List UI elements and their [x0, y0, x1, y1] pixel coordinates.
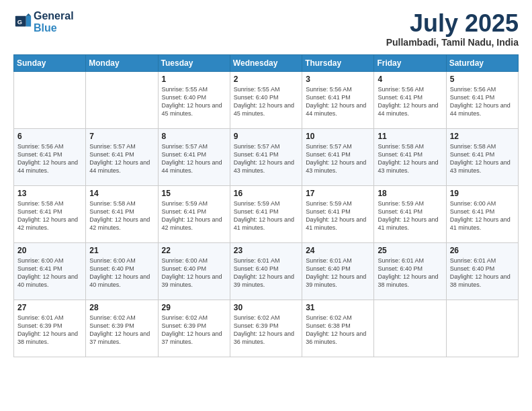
logo-text: General Blue [34, 10, 74, 34]
day-number: 17 [306, 189, 370, 198]
cell-info: Sunrise: 5:56 AMSunset: 6:41 PMDaylight:… [17, 143, 78, 174]
day-number: 31 [306, 303, 370, 312]
week-row-1: 6 Sunrise: 5:56 AMSunset: 6:41 PMDayligh… [14, 128, 519, 185]
day-number: 16 [234, 189, 298, 198]
calendar-cell: 4 Sunrise: 5:56 AMSunset: 6:41 PMDayligh… [374, 71, 446, 128]
header-monday: Monday [86, 54, 158, 71]
calendar-cell: 31 Sunrise: 6:02 AMSunset: 6:38 PMDaylig… [302, 300, 374, 357]
cell-info: Sunrise: 6:00 AMSunset: 6:40 PMDaylight:… [162, 257, 222, 288]
cell-info: Sunrise: 5:57 AMSunset: 6:41 PMDaylight:… [89, 143, 150, 174]
calendar-cell: 6 Sunrise: 5:56 AMSunset: 6:41 PMDayligh… [14, 128, 86, 185]
calendar-cell: 23 Sunrise: 6:01 AMSunset: 6:40 PMDaylig… [230, 242, 302, 300]
svg-text:G: G [17, 18, 22, 25]
calendar-cell: 19 Sunrise: 6:00 AMSunset: 6:41 PMDaylig… [446, 185, 518, 242]
logo-blue: Blue [34, 22, 74, 34]
calendar-cell: 7 Sunrise: 5:57 AMSunset: 6:41 PMDayligh… [86, 128, 158, 185]
cell-info: Sunrise: 6:01 AMSunset: 6:39 PMDaylight:… [17, 314, 78, 345]
day-number: 20 [17, 246, 82, 255]
logo: G General Blue [13, 10, 74, 34]
cell-info: Sunrise: 5:58 AMSunset: 6:41 PMDaylight:… [89, 200, 150, 231]
day-number: 4 [378, 75, 442, 84]
calendar-cell: 20 Sunrise: 6:00 AMSunset: 6:41 PMDaylig… [14, 242, 86, 300]
day-number: 25 [378, 246, 442, 255]
day-number: 13 [17, 189, 82, 198]
calendar-cell: 28 Sunrise: 6:02 AMSunset: 6:39 PMDaylig… [86, 300, 158, 357]
day-number: 21 [89, 246, 154, 255]
cell-info: Sunrise: 6:00 AMSunset: 6:41 PMDaylight:… [17, 257, 78, 288]
cell-info: Sunrise: 5:57 AMSunset: 6:41 PMDaylight:… [306, 143, 366, 174]
cell-info: Sunrise: 5:56 AMSunset: 6:41 PMDaylight:… [450, 86, 511, 117]
calendar-cell [14, 71, 86, 128]
calendar-body: 1 Sunrise: 5:55 AMSunset: 6:40 PMDayligh… [14, 71, 519, 357]
day-number: 14 [89, 189, 154, 198]
cell-info: Sunrise: 6:01 AMSunset: 6:40 PMDaylight:… [378, 257, 438, 288]
svg-marker-1 [26, 13, 31, 16]
calendar-cell: 12 Sunrise: 5:58 AMSunset: 6:41 PMDaylig… [446, 128, 518, 185]
calendar-cell: 15 Sunrise: 5:59 AMSunset: 6:41 PMDaylig… [158, 185, 230, 242]
cell-info: Sunrise: 5:59 AMSunset: 6:41 PMDaylight:… [162, 200, 222, 231]
calendar-cell: 3 Sunrise: 5:56 AMSunset: 6:41 PMDayligh… [302, 71, 374, 128]
day-number: 9 [234, 132, 298, 141]
day-number: 19 [450, 189, 515, 198]
day-number: 24 [306, 246, 370, 255]
calendar-cell: 5 Sunrise: 5:56 AMSunset: 6:41 PMDayligh… [446, 71, 518, 128]
cell-info: Sunrise: 5:55 AMSunset: 6:40 PMDaylight:… [162, 86, 222, 117]
calendar-cell: 8 Sunrise: 5:57 AMSunset: 6:41 PMDayligh… [158, 128, 230, 185]
month-title: July 2025 [386, 10, 519, 37]
day-number: 6 [17, 132, 82, 141]
calendar: Sunday Monday Tuesday Wednesday Thursday… [13, 54, 519, 357]
calendar-cell: 9 Sunrise: 5:57 AMSunset: 6:41 PMDayligh… [230, 128, 302, 185]
header-wednesday: Wednesday [230, 54, 302, 71]
cell-info: Sunrise: 5:58 AMSunset: 6:41 PMDaylight:… [378, 143, 438, 174]
calendar-cell: 13 Sunrise: 5:58 AMSunset: 6:41 PMDaylig… [14, 185, 86, 242]
cell-info: Sunrise: 6:02 AMSunset: 6:39 PMDaylight:… [89, 314, 150, 345]
calendar-cell: 17 Sunrise: 5:59 AMSunset: 6:41 PMDaylig… [302, 185, 374, 242]
logo-icon: G [13, 13, 32, 32]
svg-marker-0 [26, 15, 31, 26]
calendar-cell: 26 Sunrise: 6:01 AMSunset: 6:40 PMDaylig… [446, 242, 518, 300]
day-number: 3 [306, 75, 370, 84]
calendar-cell: 25 Sunrise: 6:01 AMSunset: 6:40 PMDaylig… [374, 242, 446, 300]
weekday-header-row: Sunday Monday Tuesday Wednesday Thursday… [14, 54, 519, 71]
cell-info: Sunrise: 6:01 AMSunset: 6:40 PMDaylight:… [450, 257, 511, 288]
calendar-cell: 1 Sunrise: 5:55 AMSunset: 6:40 PMDayligh… [158, 71, 230, 128]
page: G General Blue July 2025 Pullambadi, Tam… [0, 0, 532, 411]
cell-info: Sunrise: 5:58 AMSunset: 6:41 PMDaylight:… [17, 200, 78, 231]
cell-info: Sunrise: 5:57 AMSunset: 6:41 PMDaylight:… [162, 143, 222, 174]
calendar-cell: 24 Sunrise: 6:01 AMSunset: 6:40 PMDaylig… [302, 242, 374, 300]
day-number: 10 [306, 132, 370, 141]
day-number: 23 [234, 246, 298, 255]
day-number: 26 [450, 246, 515, 255]
day-number: 2 [234, 75, 298, 84]
cell-info: Sunrise: 5:59 AMSunset: 6:41 PMDaylight:… [306, 200, 366, 231]
cell-info: Sunrise: 6:01 AMSunset: 6:40 PMDaylight:… [234, 257, 294, 288]
week-row-4: 27 Sunrise: 6:01 AMSunset: 6:39 PMDaylig… [14, 300, 519, 357]
cell-info: Sunrise: 6:02 AMSunset: 6:39 PMDaylight:… [234, 314, 294, 345]
calendar-cell: 22 Sunrise: 6:00 AMSunset: 6:40 PMDaylig… [158, 242, 230, 300]
calendar-cell [86, 71, 158, 128]
cell-info: Sunrise: 5:59 AMSunset: 6:41 PMDaylight:… [234, 200, 294, 231]
calendar-cell: 30 Sunrise: 6:02 AMSunset: 6:39 PMDaylig… [230, 300, 302, 357]
day-number: 18 [378, 189, 442, 198]
calendar-cell: 11 Sunrise: 5:58 AMSunset: 6:41 PMDaylig… [374, 128, 446, 185]
cell-info: Sunrise: 5:56 AMSunset: 6:41 PMDaylight:… [306, 86, 366, 117]
calendar-cell: 18 Sunrise: 5:59 AMSunset: 6:41 PMDaylig… [374, 185, 446, 242]
calendar-cell: 10 Sunrise: 5:57 AMSunset: 6:41 PMDaylig… [302, 128, 374, 185]
day-number: 8 [162, 132, 226, 141]
calendar-cell: 21 Sunrise: 6:00 AMSunset: 6:40 PMDaylig… [86, 242, 158, 300]
day-number: 28 [89, 303, 154, 312]
calendar-cell: 14 Sunrise: 5:58 AMSunset: 6:41 PMDaylig… [86, 185, 158, 242]
day-number: 5 [450, 75, 515, 84]
header-tuesday: Tuesday [158, 54, 230, 71]
calendar-cell: 29 Sunrise: 6:02 AMSunset: 6:39 PMDaylig… [158, 300, 230, 357]
day-number: 15 [162, 189, 226, 198]
calendar-cell [374, 300, 446, 357]
day-number: 30 [234, 303, 298, 312]
header: G General Blue July 2025 Pullambadi, Tam… [13, 10, 519, 48]
cell-info: Sunrise: 5:56 AMSunset: 6:41 PMDaylight:… [378, 86, 438, 117]
day-number: 22 [162, 246, 226, 255]
day-number: 12 [450, 132, 515, 141]
day-number: 29 [162, 303, 226, 312]
title-section: July 2025 Pullambadi, Tamil Nadu, India [386, 10, 519, 48]
header-friday: Friday [374, 54, 446, 71]
